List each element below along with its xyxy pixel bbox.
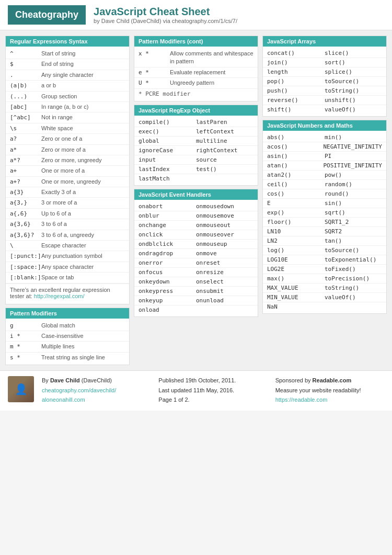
tc2: min() (325, 134, 382, 141)
val: Any space character (41, 263, 125, 271)
table-row: onchangeonmouseout (134, 221, 258, 230)
events-body: onabortonmousedown onbluronmousemove onc… (134, 200, 258, 316)
table-row: max()toPrecision() (263, 274, 386, 284)
tc1: compile() (139, 119, 196, 126)
tc1: NaN (267, 303, 325, 310)
table-row: e *Evaluate replacement (134, 67, 258, 78)
header-text: JavaScript Cheat Sheet by Dave Child (Da… (94, 6, 237, 24)
key: g (10, 322, 41, 330)
table-row: atan2()pow() (263, 171, 386, 180)
tc2: onsubmit (196, 288, 253, 295)
val: Allow comments and whitespace in pattern (170, 50, 253, 66)
tc2: slice() (325, 50, 382, 56)
table-row: gGlobal match (6, 321, 129, 331)
tc1: onclick (139, 231, 196, 238)
table-row: ondblclickonmouseup (134, 240, 258, 249)
footer-sponsor: Sponsored by Readable.com (275, 376, 384, 385)
tc2: onmove (196, 250, 253, 257)
table-row: a?Zero or one of a (6, 134, 129, 144)
table-row: shift()valueOf() (263, 105, 386, 114)
logo: Cheatography (8, 5, 86, 25)
val: 3 or more of a (41, 199, 125, 207)
table-row: asin()PI (263, 152, 386, 161)
regexp-header: JavaScript RegExp Object (134, 105, 258, 116)
tc2: random() (325, 181, 382, 188)
table-row: onclickonmouseover (134, 230, 258, 240)
table-row: join()sort() (263, 58, 386, 67)
tc2: SQRT2 (325, 228, 382, 235)
table-row: [abc]In range (a, b or c) (6, 102, 129, 112)
key: $ (10, 60, 41, 68)
regexp-body: compile()lastParen exec()leftContext glo… (134, 116, 258, 185)
tc2: onresize (196, 269, 253, 276)
key: (a|b) (10, 82, 41, 89)
pattern-cont-header: Pattern Modifiers (cont) (134, 36, 258, 47)
tc1: lastIndex (139, 166, 196, 173)
key: [:blank:] (10, 274, 41, 281)
footer-author-link2[interactable]: aloneonahill.com (42, 397, 85, 403)
val: Zero or one of a (41, 135, 125, 143)
arrays-section: JavaScript Arrays concat()slice() join()… (262, 36, 387, 117)
tc2: onmouseover (196, 231, 253, 238)
tc2: sin() (325, 200, 382, 207)
key: U * (139, 79, 170, 87)
footer: 👤 By Dave Child (DaveChild) cheatography… (0, 370, 392, 411)
footer-sponsor-col: Sponsored by Readable.com Measure your w… (275, 376, 384, 405)
table-row: onerroronreset (134, 258, 258, 268)
tc1: onerror (139, 259, 196, 266)
header: Cheatography JavaScript Cheat Sheet by D… (0, 0, 392, 30)
pattern-cont-section: Pattern Modifiers (cont) x *Allow commen… (134, 36, 258, 101)
footer-author-col: By Dave Child (DaveChild) cheatography.c… (42, 376, 151, 405)
tc1: LN2 (267, 237, 325, 244)
tc1: LOG2E (267, 266, 325, 273)
pattern-section-body: gGlobal match i *Case-insensitive m *Mul… (6, 319, 129, 365)
table-row: a{3}Exactly 3 of a (6, 187, 129, 198)
tc1: input (139, 156, 196, 163)
table-row: $End of string (6, 59, 129, 70)
key: a{3,6} (10, 220, 41, 228)
table-row: i *Case-insensitive (6, 331, 129, 342)
tc2: leftContext (196, 128, 253, 135)
regex-link[interactable]: http://regexpal.com/ (34, 293, 85, 299)
table-row: acos()NEGATIVE_INFINITY (263, 142, 386, 152)
table-row: cos()round() (263, 189, 386, 199)
key: a+? (10, 178, 41, 186)
tc1: concat() (267, 50, 325, 56)
table-row: m *Multiple lines (6, 342, 129, 352)
tc1: atan2() (267, 172, 325, 178)
table-row: U *Ungreedy pattern (134, 78, 258, 88)
table-row: lastIndextest() (134, 165, 258, 174)
table-row: \Escape character (6, 241, 129, 251)
key: a? (10, 135, 41, 143)
footer-author-link1[interactable]: cheatography.com/davechild/ (42, 387, 116, 393)
regexp-section: JavaScript RegExp Object compile()lastPa… (134, 105, 258, 186)
key: a*? (10, 156, 41, 164)
table-row: ondragdroponmove (134, 249, 258, 258)
val: Escape character (41, 242, 125, 250)
col1: Regular Expressions Syntax ^Start of str… (5, 36, 130, 365)
pattern-section-header: Pattern Modifiers (6, 308, 129, 319)
val: Up to 6 of a (41, 210, 125, 218)
table-row: LOG10EtoExponential() (263, 255, 386, 265)
table-row: a+?One or more, ungreedy (6, 177, 129, 187)
val: Space or tab (41, 274, 125, 281)
tc1: onblur (139, 212, 196, 219)
regex-note: There's an excellent regular expression … (6, 284, 129, 302)
val: a or b (41, 82, 125, 89)
numbers-section: JavaScript Numbers and Maths abs()min() … (262, 120, 387, 314)
table-row: floor()SQRT1_2 (263, 218, 386, 227)
table-row: NaN (263, 302, 386, 311)
footer-sponsor-link[interactable]: https://readable.com (275, 397, 328, 403)
val: Group section (41, 93, 125, 100)
tc1: onload (139, 307, 196, 313)
table-row: onkeydownonselect (134, 277, 258, 287)
tc2: POSITIVE_INFINITY (323, 162, 382, 169)
val: Start of string (41, 50, 125, 58)
tc2: valueOf() (325, 294, 382, 301)
tc2: toSource() (325, 78, 382, 85)
table-row: [^abc]Not in range (6, 112, 129, 123)
arrays-body: concat()slice() join()sort() lengthsplic… (263, 47, 386, 116)
tc1: log() (267, 247, 325, 254)
footer-published: Published 19th October, 2011. (158, 376, 267, 385)
tc1: length (267, 69, 325, 75)
